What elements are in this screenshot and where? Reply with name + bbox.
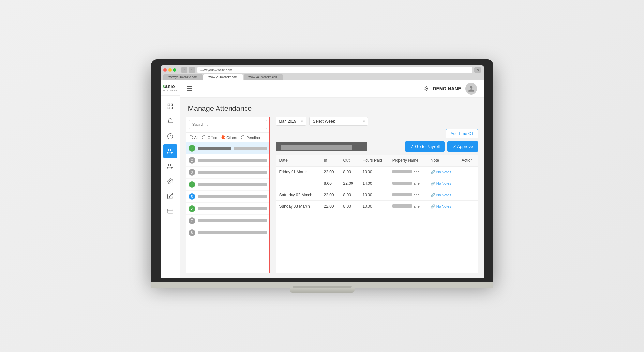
sidebar-icons: [163, 96, 177, 278]
col-date: Date: [276, 155, 320, 166]
week-select-wrapper: Select Week: [309, 117, 368, 126]
emp-status-icon: ✓: [189, 181, 195, 188]
sidebar-item-notifications[interactable]: [163, 114, 177, 128]
browser-content: sanro SOFTWARE: [161, 80, 484, 278]
week-select[interactable]: Select Week: [309, 117, 368, 126]
cell-out: 8.00: [339, 189, 359, 201]
back-button[interactable]: ‹: [181, 67, 187, 73]
screen-bezel: ‹ › www.yourwebsite.com ↻ www.yourwebsit…: [151, 59, 493, 282]
avatar[interactable]: [465, 83, 477, 95]
sidebar-item-attendance[interactable]: [163, 144, 177, 158]
sidebar-item-settings[interactable]: [163, 174, 177, 188]
list-item[interactable]: 8: [186, 227, 270, 239]
laptop-frame: ‹ › www.yourwebsite.com ↻ www.yourwebsit…: [151, 59, 493, 293]
cell-out: 8.00: [339, 166, 359, 178]
sidebar-item-dashboard[interactable]: [163, 99, 177, 113]
search-input[interactable]: [189, 120, 267, 129]
cell-hours-paid: 10.00: [359, 189, 388, 201]
list-item[interactable]: 3: [186, 167, 270, 179]
content-area: All Office Others: [180, 117, 484, 278]
sidebar-item-payments[interactable]: [163, 204, 177, 218]
emp-num: 5: [189, 193, 195, 200]
col-property-name: Property Name: [388, 155, 427, 166]
filter-all[interactable]: All: [189, 135, 198, 139]
settings-icon[interactable]: ⚙: [424, 85, 429, 92]
cell-out: 22.00: [339, 178, 359, 189]
employee-panel: All Office Others: [186, 117, 270, 273]
no-notes-label[interactable]: 🔗 No Notes: [431, 204, 451, 208]
page-title: Manage Attendance: [188, 104, 476, 113]
emp-num: 8: [189, 229, 195, 236]
reload-button[interactable]: ↻: [474, 67, 481, 73]
sidebar-item-employees[interactable]: [163, 159, 177, 173]
filter-office[interactable]: Office: [202, 135, 217, 139]
scroll-accent: [269, 117, 270, 273]
browser-tab-1[interactable]: www.yourwebsite.com: [163, 74, 203, 80]
cell-property: lane: [388, 178, 427, 189]
go-to-payroll-button[interactable]: ✓ Go to Payroll: [405, 141, 445, 152]
no-notes-label[interactable]: 🔗 No Notes: [431, 170, 451, 174]
table-body: Friday 01 March 22.00 8.00 10.00 lane: [276, 166, 478, 212]
cell-date: Saturday 02 March: [276, 189, 320, 201]
url-text: www.yourwebsite.com: [200, 68, 232, 72]
filter-others[interactable]: Others: [221, 135, 237, 139]
logo-brand: anro: [165, 84, 175, 89]
svg-rect-2: [168, 107, 170, 109]
cell-date: [276, 178, 320, 189]
svg-point-5: [168, 149, 171, 151]
no-notes-label[interactable]: 🔗 No Notes: [431, 182, 451, 185]
name-action-row: ✓ Go to Payroll ✓ Approve: [276, 141, 478, 152]
sidebar-item-edit[interactable]: [163, 189, 177, 203]
main-action-buttons: ✓ Go to Payroll ✓ Approve: [405, 141, 478, 152]
no-notes-label[interactable]: 🔗 No Notes: [431, 193, 451, 197]
list-item[interactable]: ✓: [186, 203, 270, 215]
cell-hours-paid: 10.00: [359, 166, 388, 178]
cell-property: lane: [388, 166, 427, 178]
approve-button[interactable]: ✓ Approve: [447, 141, 478, 152]
cell-hours-paid: 10.00: [359, 201, 388, 212]
employee-list: ✓ 2: [186, 142, 270, 270]
app-container: sanro SOFTWARE: [161, 80, 484, 278]
property-name-blurred: [392, 193, 412, 196]
svg-point-7: [170, 181, 171, 182]
maximize-button[interactable]: [173, 68, 176, 72]
browser-tab-2[interactable]: www.yourwebsite.com: [203, 74, 243, 80]
cell-action: [458, 201, 478, 212]
property-name-blurred: [392, 170, 412, 173]
list-item[interactable]: ✓: [186, 142, 270, 154]
col-out: Out: [339, 155, 359, 166]
cell-date: Sunday 03 March: [276, 201, 320, 212]
hamburger-icon[interactable]: ☰: [187, 85, 193, 93]
month-select[interactable]: Mar, 2019: [276, 117, 306, 126]
emp-name-bar: [198, 207, 267, 210]
close-button[interactable]: [163, 68, 167, 72]
col-note: Note: [427, 155, 458, 166]
sidebar-item-alerts[interactable]: [163, 129, 177, 143]
employee-search-area: [186, 117, 270, 133]
list-item[interactable]: 7: [186, 215, 270, 227]
cell-date: Friday 01 March: [276, 166, 320, 178]
table-row: Saturday 02 March 22.00 8.00 10.00 lane: [276, 189, 478, 201]
col-action: Action: [458, 155, 478, 166]
action-bar: Add Time Off: [276, 129, 478, 138]
laptop-base: [151, 282, 493, 288]
list-item[interactable]: 2: [186, 154, 270, 167]
emp-num: 7: [189, 217, 195, 224]
cell-hours-paid: 14.00: [359, 178, 388, 189]
add-time-off-button[interactable]: Add Time Off: [446, 129, 478, 138]
selected-employee-name: [276, 142, 367, 151]
cell-in: 22.00: [320, 189, 339, 201]
address-bar[interactable]: www.yourwebsite.com: [197, 67, 472, 73]
cell-in: 8.00: [320, 178, 339, 189]
table-row: Friday 01 March 22.00 8.00 10.00 lane: [276, 166, 478, 178]
emp-status-icon: ✓: [189, 145, 195, 152]
minimize-button[interactable]: [168, 68, 172, 72]
forward-button[interactable]: ›: [189, 67, 195, 73]
emp-name-bar: [198, 183, 267, 186]
filter-pending[interactable]: Pending: [241, 135, 260, 139]
list-item[interactable]: ✓: [186, 179, 270, 191]
emp-name-bar: [198, 159, 267, 162]
browser-tab-3[interactable]: www.yourwebsite.com: [244, 74, 283, 80]
list-item[interactable]: 5: [186, 191, 270, 203]
table-row: 8.00 22.00 14.00 lane: [276, 178, 478, 189]
